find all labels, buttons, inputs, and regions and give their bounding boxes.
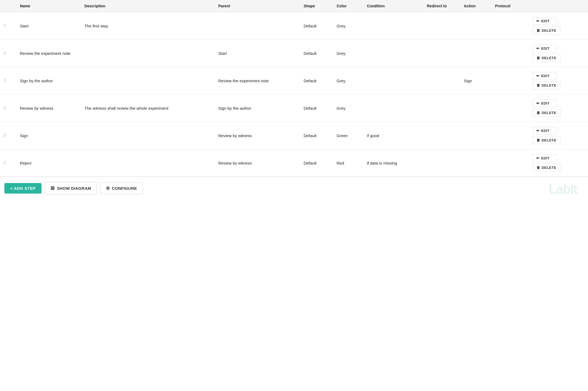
cell-actions: ✏ EDIT 🗑 DELETE: [529, 122, 588, 149]
cell-parent: Start: [215, 40, 300, 67]
edit-button[interactable]: ✏ EDIT: [532, 127, 557, 135]
configure-button[interactable]: ⚙ CONFIGURE: [100, 182, 143, 194]
watermark: LabIt: [549, 182, 577, 197]
edit-icon: ✏: [536, 74, 540, 78]
delete-label: DELETE: [542, 138, 556, 142]
cell-redirect: [424, 94, 461, 122]
add-step-label: + ADD STEP: [10, 186, 36, 191]
table-row: ⠿ Review the experiment note Start Defau…: [0, 40, 588, 67]
cell-color: Grey: [333, 40, 364, 67]
cell-color: Grey: [333, 94, 364, 122]
delete-button[interactable]: 🗑 DELETE: [532, 164, 561, 172]
cell-redirect: [424, 67, 461, 94]
cell-redirect: [424, 40, 461, 67]
cell-protocol: [492, 12, 529, 40]
cell-redirect: [424, 12, 461, 40]
cell-condition: if data is missing: [364, 149, 424, 177]
diagram-icon: ⊞: [50, 185, 55, 191]
cell-color: Red: [333, 149, 364, 177]
delete-button[interactable]: 🗑 DELETE: [532, 136, 561, 144]
cell-color: Grey: [333, 67, 364, 94]
cell-description: The witness shall review the whole exper…: [81, 94, 215, 122]
edit-button[interactable]: ✏ EDIT: [532, 99, 557, 107]
show-diagram-label: SHOW DIAGRAM: [57, 186, 91, 191]
cell-color: Grey: [333, 12, 364, 40]
delete-button[interactable]: 🗑 DELETE: [532, 109, 561, 117]
cell-actions: ✏ EDIT 🗑 DELETE: [529, 67, 588, 94]
edit-icon: ✏: [536, 101, 540, 105]
edit-button[interactable]: ✏ EDIT: [532, 45, 557, 52]
cell-shape: Default: [300, 67, 333, 94]
table-row: ⠿ Reject Review by witness Default Red i…: [0, 149, 588, 177]
cell-condition: [364, 94, 424, 122]
edit-button[interactable]: ✏ EDIT: [532, 72, 557, 80]
edit-button[interactable]: ✏ EDIT: [532, 154, 557, 162]
delete-button[interactable]: 🗑 DELETE: [532, 27, 561, 34]
edit-label: EDIT: [541, 101, 550, 105]
cell-shape: Default: [300, 94, 333, 122]
cell-redirect: [424, 149, 461, 177]
color-header: Color: [333, 0, 364, 12]
parent-header: Parent: [215, 0, 300, 12]
actions-header: [529, 0, 588, 12]
delete-icon: 🗑: [536, 83, 540, 87]
edit-label: EDIT: [541, 74, 550, 78]
drag-handle[interactable]: ⠿: [3, 161, 7, 165]
drag-handle[interactable]: ⠿: [3, 51, 7, 56]
cell-actions: ✏ EDIT 🗑 DELETE: [529, 149, 588, 177]
delete-button[interactable]: 🗑 DELETE: [532, 54, 561, 62]
drag-header: [0, 0, 17, 12]
footer-bar: + ADD STEP ⊞ SHOW DIAGRAM ⚙ CONFIGURE La…: [0, 177, 588, 199]
edit-icon: ✏: [536, 19, 540, 23]
cell-name: Sign: [17, 122, 81, 149]
cell-condition: if good: [364, 122, 424, 149]
drag-handle[interactable]: ⠿: [3, 106, 7, 111]
cell-condition: [364, 12, 424, 40]
cell-parent: Review the experiment note: [215, 67, 300, 94]
delete-label: DELETE: [542, 56, 556, 60]
drag-handle[interactable]: ⠿: [3, 78, 7, 83]
cell-name: Sign by the author: [17, 67, 81, 94]
cell-parent: Sign by the author: [215, 94, 300, 122]
cell-action: [461, 94, 492, 122]
delete-icon: 🗑: [536, 56, 540, 60]
cell-description: The first step: [81, 12, 215, 40]
cell-action: [461, 149, 492, 177]
edit-button[interactable]: ✏ EDIT: [532, 17, 557, 25]
cell-action: Sign: [461, 67, 492, 94]
delete-icon: 🗑: [536, 138, 540, 142]
cell-action: [461, 12, 492, 40]
delete-label: DELETE: [542, 166, 556, 170]
cell-parent: [215, 12, 300, 40]
edit-icon: ✏: [536, 46, 540, 51]
cell-name: Review the experiment note: [17, 40, 81, 67]
cell-shape: Default: [300, 12, 333, 40]
configure-label: CONFIGURE: [112, 186, 137, 191]
cell-name: Reject: [17, 149, 81, 177]
cell-parent: Review by witness: [215, 122, 300, 149]
drag-handle[interactable]: ⠿: [3, 133, 7, 138]
cell-description: [81, 40, 215, 67]
cell-condition: [364, 40, 424, 67]
cell-protocol: [492, 149, 529, 177]
action-header: Action: [461, 0, 492, 12]
add-step-button[interactable]: + ADD STEP: [4, 183, 42, 194]
cell-actions: ✏ EDIT 🗑 DELETE: [529, 94, 588, 122]
delete-label: DELETE: [542, 111, 556, 115]
table-row: ⠿ Sign Review by witness Default Green i…: [0, 122, 588, 149]
cell-shape: Default: [300, 149, 333, 177]
edit-icon: ✏: [536, 129, 540, 133]
edit-label: EDIT: [541, 129, 550, 133]
cell-redirect: [424, 122, 461, 149]
delete-icon: 🗑: [536, 166, 540, 170]
cell-description: [81, 149, 215, 177]
cell-name: Review by witness: [17, 94, 81, 122]
table-row: ⠿ Review by witness The witness shall re…: [0, 94, 588, 122]
drag-handle[interactable]: ⠿: [3, 24, 7, 28]
cell-action: [461, 122, 492, 149]
table-row: ⠿ Sign by the author Review the experime…: [0, 67, 588, 94]
delete-button[interactable]: 🗑 DELETE: [532, 81, 561, 89]
cell-shape: Default: [300, 40, 333, 67]
show-diagram-button[interactable]: ⊞ SHOW DIAGRAM: [45, 182, 97, 194]
delete-label: DELETE: [542, 29, 556, 33]
